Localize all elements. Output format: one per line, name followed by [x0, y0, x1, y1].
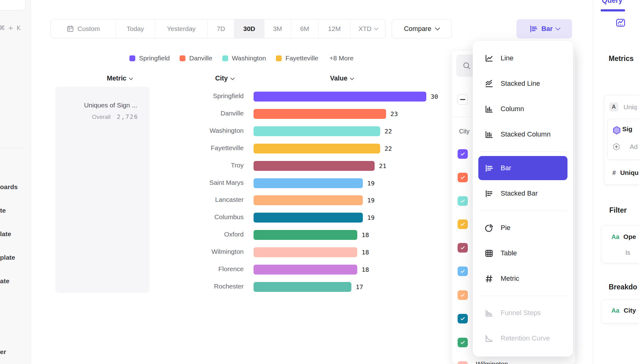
- hexagon-plus-icon: [612, 142, 621, 151]
- city-checkbox[interactable]: [458, 361, 468, 364]
- bar-troy[interactable]: [254, 161, 375, 171]
- filter-condition[interactable]: Is i: [625, 249, 639, 256]
- legend-more-button[interactable]: +8 More: [329, 54, 354, 62]
- menu-item-line[interactable]: Line: [473, 46, 573, 71]
- filter-row[interactable]: Aa Ope: [611, 233, 636, 240]
- bar-danville[interactable]: [254, 109, 386, 119]
- menu-item-metric[interactable]: Metric: [473, 266, 573, 291]
- city-checkbox[interactable]: [458, 173, 468, 182]
- menu-item-stacked-line[interactable]: Stacked Line: [473, 71, 573, 96]
- count-row[interactable]: # Uniqu: [612, 169, 639, 176]
- legend-item-washington[interactable]: Washington: [222, 54, 266, 62]
- bar-row-label: Washington: [169, 127, 244, 134]
- date-range-label: 6M: [300, 25, 309, 32]
- tab-active-indicator: [601, 9, 625, 11]
- filter-card[interactable]: Aa Ope Is i: [601, 225, 639, 263]
- sidebar-item[interactable]: plate: [0, 254, 15, 261]
- city-checkbox[interactable]: [458, 314, 468, 323]
- menu-item-table[interactable]: Table: [473, 240, 573, 266]
- date-range-today[interactable]: Today: [115, 20, 155, 38]
- metric-card-overall: Overall 2,726: [55, 113, 138, 120]
- menu-item-bar[interactable]: Bar: [478, 156, 567, 180]
- stacked-bar-icon: [484, 189, 494, 198]
- column-header-metric[interactable]: Metric: [107, 75, 133, 82]
- menu-item-label: Metric: [501, 275, 519, 283]
- date-range-yesterday[interactable]: Yesterday: [155, 20, 207, 38]
- sidebar-search-box[interactable]: [0, 0, 25, 11]
- menu-item-label: Line: [501, 54, 514, 62]
- bar-oxford[interactable]: [254, 230, 357, 240]
- menu-item-column[interactable]: Column: [473, 96, 573, 122]
- legend-item-danville[interactable]: Danville: [180, 54, 212, 62]
- column-header-value[interactable]: Value: [330, 75, 354, 82]
- event-row[interactable]: Sig: [612, 125, 632, 133]
- menu-item-label: Pie: [501, 224, 511, 232]
- city-checkbox[interactable]: [458, 266, 468, 276]
- bar-row-label: Fayetteville: [169, 144, 244, 152]
- city-checkbox[interactable]: [458, 149, 468, 159]
- sidebar-item[interactable]: te: [0, 207, 6, 214]
- metric-card[interactable]: Uniques of Sign ... Overall 2,726: [55, 87, 150, 293]
- bar-florence[interactable]: [254, 265, 357, 275]
- breakdown-row[interactable]: Aa City: [611, 307, 636, 314]
- check-icon: [460, 268, 466, 274]
- add-event-row[interactable]: Ad: [612, 142, 638, 151]
- metric-icon: [484, 274, 494, 284]
- event-card[interactable]: Sig Ad: [607, 119, 639, 160]
- sidebar-item[interactable]: ate: [0, 277, 9, 285]
- date-range-6m[interactable]: 6M: [291, 20, 318, 38]
- date-range-30d[interactable]: 30D: [234, 20, 264, 38]
- legend-item-springfield[interactable]: Springfield: [129, 54, 170, 62]
- city-checkbox[interactable]: [458, 196, 468, 206]
- date-range-group: CustomTodayYesterday7D30D3M6M12MXTD: [50, 19, 385, 38]
- bar-columbus[interactable]: [254, 213, 363, 223]
- sidebar-item[interactable]: oards: [0, 183, 18, 191]
- sidebar-item[interactable]: late: [0, 230, 11, 238]
- legend-item-fayetteville[interactable]: Fayetteville: [276, 54, 318, 62]
- bar-fayetteville[interactable]: [254, 144, 380, 154]
- sidebar-item[interactable]: er: [0, 348, 6, 356]
- city-checkbox[interactable]: [458, 338, 468, 347]
- city-checkbox[interactable]: [458, 290, 468, 300]
- city-checkbox[interactable]: [458, 243, 468, 253]
- bar-wilmington[interactable]: [254, 247, 357, 257]
- date-range-7d[interactable]: 7D: [207, 20, 234, 38]
- bar-row-label: Rochester: [169, 283, 244, 290]
- date-range-3m[interactable]: 3M: [264, 20, 291, 38]
- chart-image-icon[interactable]: [615, 17, 626, 28]
- overall-label: Overall: [92, 114, 111, 120]
- city-checkbox[interactable]: [458, 219, 468, 229]
- menu-item-stacked-bar[interactable]: Stacked Bar: [473, 181, 573, 206]
- bar-rochester[interactable]: [254, 282, 351, 292]
- compare-button[interactable]: Compare: [392, 19, 452, 38]
- date-range-label: 3M: [273, 25, 282, 32]
- tab-query[interactable]: Query: [602, 0, 622, 5]
- menu-item-pie[interactable]: Pie: [473, 215, 573, 240]
- retention-icon: [484, 334, 494, 343]
- bar-saint-marys[interactable]: [254, 178, 363, 188]
- sidebar-divider: [0, 148, 24, 148]
- menu-item-stacked-column[interactable]: Stacked Column: [473, 122, 573, 147]
- date-range-12m[interactable]: 12M: [318, 20, 350, 38]
- bar-row-label: Springfield: [169, 92, 244, 100]
- bar-washington[interactable]: [254, 126, 380, 136]
- column-header-city[interactable]: City: [215, 75, 234, 82]
- metrics-card[interactable]: A Uniq Sig Ad # Uniqu: [604, 95, 639, 185]
- deselect-all-checkbox[interactable]: [458, 94, 468, 105]
- breakdown-card[interactable]: Aa City: [601, 300, 639, 323]
- menu-item-label: Table: [501, 249, 517, 257]
- metric-row-a[interactable]: A Uniq: [609, 102, 637, 111]
- legend-label: Washington: [232, 54, 266, 62]
- bar-row-label: Florence: [169, 265, 244, 273]
- date-range-xtd[interactable]: XTD: [350, 20, 385, 38]
- date-range-custom[interactable]: Custom: [51, 20, 115, 38]
- bar-row-label: Troy: [169, 162, 244, 169]
- bar-springfield[interactable]: [254, 92, 426, 102]
- check-icon: [460, 316, 466, 322]
- bar-value-label: 23: [390, 110, 398, 118]
- bar-lancaster[interactable]: [254, 195, 363, 205]
- chart-type-button[interactable]: Bar: [516, 19, 572, 38]
- check-icon: [460, 245, 466, 251]
- legend-swatch: [129, 55, 135, 61]
- keyboard-shortcut-hint: ⌘ + K: [0, 24, 21, 32]
